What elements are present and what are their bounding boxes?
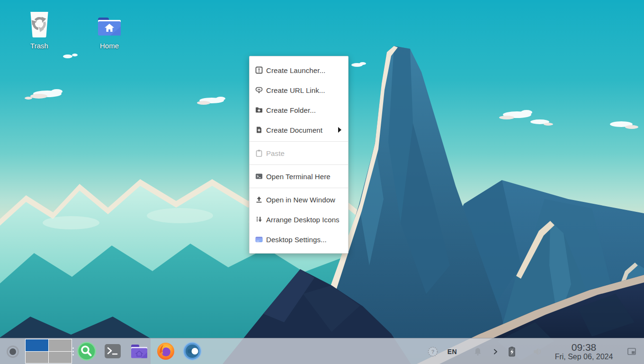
menu-item-create-folder[interactable]: Create Folder... bbox=[250, 100, 348, 120]
notification-bell-icon bbox=[473, 347, 483, 356]
tray-expand-button[interactable] bbox=[491, 338, 500, 364]
workspace-switcher bbox=[25, 339, 72, 364]
submenu-arrow-icon bbox=[338, 127, 341, 133]
home-folder-icon bbox=[96, 10, 123, 38]
menu-item-arrange-desktop-icons[interactable]: Arrange Desktop Icons bbox=[250, 209, 348, 229]
menu-item-desktop-settings[interactable]: Desktop Settings... bbox=[250, 229, 348, 249]
desktop-icon-label: Trash bbox=[30, 42, 48, 50]
menu-item-label: Paste bbox=[266, 149, 285, 157]
url-link-icon bbox=[255, 86, 263, 94]
keyboard-layout-button[interactable]: EN bbox=[444, 338, 460, 364]
desktop-settings-icon bbox=[255, 236, 263, 243]
menu-item-create-url-link[interactable]: Create URL Link... bbox=[250, 80, 348, 100]
menu-separator bbox=[250, 141, 348, 142]
workspace-1[interactable] bbox=[26, 339, 48, 351]
notification-bell-button[interactable] bbox=[473, 338, 483, 364]
menu-item-label: Create Launcher... bbox=[266, 66, 325, 74]
panel-radio-button[interactable] bbox=[7, 346, 19, 358]
file-manager-icon bbox=[130, 342, 149, 361]
desktop-context-menu: Create Launcher... Create URL Link... Cr… bbox=[249, 56, 349, 254]
battery-icon bbox=[507, 346, 517, 357]
workspace-4[interactable] bbox=[49, 352, 72, 364]
arrange-icons-icon bbox=[255, 216, 263, 223]
menu-item-label: Create Document bbox=[266, 126, 322, 134]
menu-item-create-launcher[interactable]: Create Launcher... bbox=[250, 60, 348, 80]
volume-icon bbox=[532, 346, 543, 357]
menu-item-label: Desktop Settings... bbox=[266, 236, 327, 244]
trash-icon bbox=[26, 10, 53, 38]
terminal-icon bbox=[255, 173, 263, 180]
help-badge-button[interactable]: ? bbox=[426, 338, 439, 364]
terminal-launcher-button[interactable] bbox=[103, 342, 122, 361]
desktop-icon-trash[interactable]: Trash bbox=[17, 10, 62, 50]
svg-text:?: ? bbox=[431, 349, 435, 355]
open-new-window-icon bbox=[255, 196, 263, 203]
menu-item-open-terminal-here[interactable]: Open Terminal Here bbox=[250, 166, 348, 186]
menu-item-paste[interactable]: Paste bbox=[250, 143, 348, 163]
paste-icon bbox=[255, 149, 263, 157]
workspace-3[interactable] bbox=[26, 352, 48, 364]
terminal-launcher-icon bbox=[103, 342, 122, 361]
menu-item-label: Arrange Desktop Icons bbox=[266, 216, 340, 224]
help-badge-icon: ? bbox=[427, 346, 438, 357]
show-desktop-button[interactable] bbox=[626, 338, 637, 364]
menu-item-label: Create URL Link... bbox=[266, 86, 325, 94]
menu-separator bbox=[250, 188, 348, 188]
keyboard-layout-label: EN bbox=[447, 348, 457, 355]
clock-date: Fri, Sep 06, 2024 bbox=[555, 353, 613, 361]
desktop-icon-home[interactable]: Home bbox=[87, 10, 132, 50]
clock-time: 09:38 bbox=[572, 342, 597, 353]
volume-button[interactable] bbox=[531, 338, 544, 364]
menu-item-create-document[interactable]: Create Document bbox=[250, 120, 348, 140]
settings-toggle-button[interactable] bbox=[183, 342, 202, 361]
menu-item-label: Open in New Window bbox=[266, 196, 335, 204]
menu-item-label: Create Folder... bbox=[266, 106, 316, 114]
settings-toggle-icon bbox=[183, 342, 202, 361]
desktop: Trash Home Create Launcher... bbox=[0, 0, 644, 364]
menu-item-label: Open Terminal Here bbox=[266, 173, 331, 181]
panel-drag-handle[interactable] bbox=[71, 338, 75, 364]
firefox-icon bbox=[156, 342, 175, 361]
menu-item-open-in-new-window[interactable]: Open in New Window bbox=[250, 190, 348, 209]
launcher-icon bbox=[255, 66, 263, 74]
desktop-icon-label: Home bbox=[100, 42, 119, 50]
menu-separator bbox=[250, 164, 348, 165]
battery-button[interactable] bbox=[507, 338, 517, 364]
show-desktop-icon bbox=[627, 347, 636, 356]
app-finder-icon bbox=[77, 342, 96, 361]
new-document-icon bbox=[255, 126, 263, 134]
new-folder-icon bbox=[255, 106, 263, 114]
file-manager-button[interactable] bbox=[130, 342, 149, 361]
workspace-2[interactable] bbox=[49, 339, 72, 351]
clock[interactable]: 09:38 Fri, Sep 06, 2024 bbox=[545, 338, 623, 364]
firefox-button[interactable] bbox=[156, 342, 175, 361]
expand-chevron-icon bbox=[492, 348, 499, 355]
taskbar-panel: ? EN bbox=[0, 338, 644, 364]
app-finder-button[interactable] bbox=[77, 342, 96, 361]
